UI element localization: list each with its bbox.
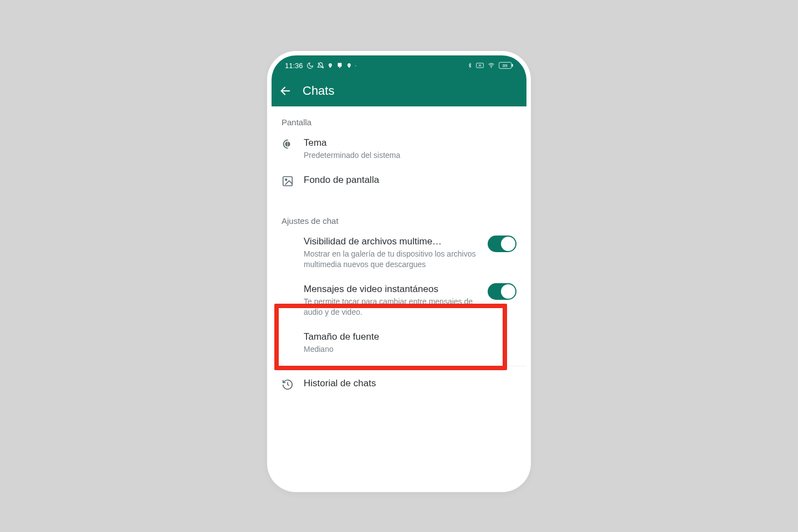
statusbar: 11:36 · bbox=[272, 55, 526, 75]
row-instant-video[interactable]: Mensajes de video instantáneos Te permit… bbox=[272, 277, 526, 324]
statusbar-time: 11:36 bbox=[285, 62, 303, 70]
font-size-value: Mediano bbox=[304, 344, 516, 355]
wallpaper-label: Fondo de pantalla bbox=[304, 174, 516, 186]
instant-video-desc: Te permite tocar para cambiar entre mens… bbox=[304, 296, 482, 318]
theme-icon bbox=[282, 137, 304, 150]
notification-icon bbox=[336, 62, 343, 69]
svg-rect-8 bbox=[511, 64, 513, 66]
appbar: Chats bbox=[272, 75, 526, 106]
svg-text:89: 89 bbox=[503, 63, 508, 68]
svg-rect-1 bbox=[337, 63, 341, 67]
statusbar-more-icon: · bbox=[355, 63, 357, 69]
media-visibility-label: Visibilidad de archivos multime… bbox=[304, 236, 442, 248]
svg-point-6 bbox=[491, 67, 492, 68]
history-icon bbox=[282, 377, 304, 391]
arrow-left-icon bbox=[279, 85, 291, 97]
location-icon-2 bbox=[346, 62, 352, 69]
row-media-visibility[interactable]: Visibilidad de archivos multime… Mostrar… bbox=[272, 229, 526, 277]
row-theme[interactable]: Tema Predeterminado del sistema bbox=[272, 130, 526, 167]
svg-point-13 bbox=[285, 179, 287, 181]
settings-content: Pantalla Tema Predeterminado del sistema… bbox=[272, 106, 526, 420]
page-title: Chats bbox=[303, 84, 334, 98]
location-icon bbox=[328, 62, 333, 69]
row-wallpaper[interactable]: Fondo de pantalla bbox=[272, 167, 526, 194]
battery-icon: 89 bbox=[499, 62, 513, 69]
media-visibility-desc: Mostrar en la galería de tu dispositivo … bbox=[304, 249, 482, 270]
bluetooth-icon bbox=[467, 62, 473, 69]
instant-video-toggle[interactable] bbox=[488, 283, 516, 300]
phone-frame: 11:36 · bbox=[272, 55, 526, 488]
wifi-icon bbox=[487, 62, 495, 69]
statusbar-left: 11:36 · bbox=[285, 62, 356, 70]
row-chat-history[interactable]: Historial de chats bbox=[272, 371, 526, 397]
back-button[interactable] bbox=[278, 84, 293, 98]
theme-value: Predeterminado del sistema bbox=[304, 150, 516, 161]
instant-video-label: Mensajes de video instantáneos bbox=[304, 283, 482, 295]
section-header-display: Pantalla bbox=[272, 106, 526, 130]
media-visibility-toggle[interactable] bbox=[488, 236, 516, 252]
wallpaper-icon bbox=[282, 174, 304, 187]
row-font-size[interactable]: Tamaño de fuente Mediano bbox=[272, 324, 526, 361]
theme-label: Tema bbox=[304, 137, 516, 149]
svg-rect-2 bbox=[339, 67, 340, 68]
moon-icon bbox=[306, 62, 314, 69]
font-size-label: Tamaño de fuente bbox=[304, 331, 516, 343]
section-header-chat: Ajustes de chat bbox=[272, 205, 526, 229]
statusbar-right: 89 bbox=[467, 62, 513, 69]
nosim-icon bbox=[476, 62, 484, 69]
divider bbox=[272, 366, 526, 366]
chat-history-label: Historial de chats bbox=[304, 377, 516, 390]
mute-icon bbox=[317, 62, 324, 69]
svg-rect-12 bbox=[283, 177, 293, 186]
